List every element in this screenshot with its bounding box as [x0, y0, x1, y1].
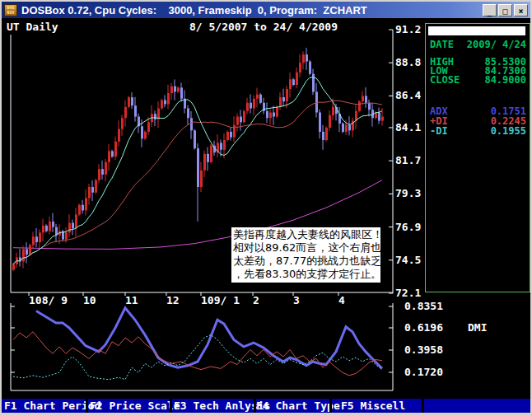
close-row: CLOSE 84.9000	[430, 76, 526, 85]
candle-body	[174, 86, 176, 92]
close-label: CLOSE	[430, 76, 460, 85]
window-title: DOSBox 0.72, Cpu Cycles: 3000, Frameskip…	[21, 4, 479, 16]
candle-body	[256, 95, 259, 99]
candle-body	[98, 169, 100, 180]
candle-body	[236, 117, 239, 125]
candle-body	[289, 79, 292, 89]
menu-divider	[329, 399, 332, 413]
minus-di-row: -DI 0.1955	[430, 127, 526, 136]
candle-body	[65, 232, 68, 239]
candle-body	[144, 132, 147, 138]
price-tick-label: 79.3	[395, 187, 421, 199]
candle-body	[42, 226, 44, 232]
date-row: DATE 2009/ 4/24	[430, 40, 526, 49]
minimize-button[interactable]: _	[483, 4, 497, 16]
price-tick-label: 76.9	[395, 221, 421, 233]
candle-body	[250, 103, 252, 109]
candle-body	[91, 187, 94, 193]
price-tick-label: 91.2	[395, 23, 421, 35]
dmi-tick-label: 0.3958	[404, 344, 443, 356]
candle-body	[194, 130, 196, 148]
candle-body	[180, 87, 183, 98]
candle-body	[75, 215, 77, 229]
candle-body	[101, 169, 104, 175]
menu-divider	[170, 399, 172, 413]
price-tick-label: 84.1	[395, 121, 421, 133]
candle-body	[282, 97, 285, 101]
candle-body	[378, 113, 380, 121]
candle-body	[325, 128, 328, 140]
close-value: 84.9000	[484, 76, 526, 85]
panel-highlight-bar	[428, 26, 525, 35]
minus-di-label: -DI	[430, 127, 448, 136]
close-button[interactable]: ×	[514, 4, 528, 16]
time-tick-label: 3	[293, 294, 300, 306]
menu-f4-chart-type[interactable]: F4 Chart Type	[256, 400, 340, 412]
menu-divider	[422, 399, 424, 413]
candle-body	[95, 180, 97, 193]
maximize-button[interactable]: □	[498, 4, 512, 16]
candle-body	[332, 107, 334, 115]
function-key-menu: F1 Chart Period F2 Price Scale F3 Tech A…	[2, 399, 530, 413]
time-tick-label: 11	[125, 294, 138, 306]
candle-body	[72, 223, 74, 229]
dosbox-window: DOS BOX DOSBox 0.72, Cpu Cycles: 3000, F…	[0, 0, 532, 416]
candle-body	[345, 125, 348, 132]
candle-body	[105, 162, 107, 175]
candle-body	[358, 101, 361, 111]
candle-body	[312, 74, 315, 92]
price-tick-label: 74.5	[395, 254, 421, 266]
candle-body	[39, 232, 41, 242]
candle-body	[108, 151, 110, 161]
menu-f2-price-scale[interactable]: F2 Price Scale	[90, 400, 180, 412]
candle-body	[32, 236, 35, 245]
candle-body	[266, 111, 268, 118]
candle-body	[114, 142, 117, 157]
candle-body	[273, 113, 275, 117]
candle-body	[141, 126, 143, 138]
candle-body	[170, 86, 173, 93]
candle-body	[269, 113, 272, 119]
candle-body	[29, 245, 31, 255]
candle-body	[22, 249, 25, 261]
candle-body	[243, 111, 245, 122]
candle-body	[68, 223, 71, 233]
time-tick-label: 4	[338, 294, 345, 306]
candle-body	[128, 97, 130, 107]
candle-body	[279, 97, 282, 107]
dosbox-icon: DOS BOX	[4, 4, 17, 16]
candle-body	[85, 198, 87, 210]
candle-body	[299, 63, 301, 72]
time-tick-label: 10	[83, 294, 96, 306]
candle-body	[302, 54, 305, 63]
candle-body	[207, 154, 209, 162]
title-bar[interactable]: DOS BOX DOSBox 0.72, Cpu Cycles: 3000, F…	[2, 2, 530, 18]
candle-body	[296, 72, 298, 85]
candle-body	[246, 103, 249, 111]
candle-body	[78, 205, 81, 215]
candle-body	[240, 117, 242, 123]
price-tick-label: 88.8	[395, 56, 421, 68]
dos-screen: UT Daily 8/ 5/2007 to 24/ 4/2009 91.288.…	[2, 18, 530, 413]
candle-body	[329, 115, 331, 128]
dmi-tick-label: 0.1720	[404, 366, 443, 378]
date-label: DATE	[430, 40, 454, 49]
menu-f5-miscell[interactable]: F5 Miscell	[341, 400, 405, 412]
candle-body	[131, 97, 133, 105]
time-tick-label: 109/ 1	[201, 294, 240, 306]
candle-body	[134, 105, 137, 116]
annotation-line: 美指再度越入夫妻线的风眼区！	[233, 228, 379, 241]
candle-body	[197, 148, 199, 187]
menu-divider	[86, 399, 88, 413]
candle-body	[35, 236, 38, 242]
candle-body	[203, 154, 206, 171]
annotation-line: 太差劲，87.77的挑战力也缺乏	[233, 255, 379, 268]
candle-body	[161, 100, 163, 108]
candle-body	[187, 108, 189, 118]
candle-body	[220, 143, 222, 149]
dmi-tick-label: 0.8351	[404, 300, 443, 312]
candle-body	[230, 132, 232, 138]
window-controls: _ □ ×	[483, 4, 528, 16]
time-tick-label: 108/ 9	[29, 294, 68, 306]
candle-body	[253, 99, 255, 109]
